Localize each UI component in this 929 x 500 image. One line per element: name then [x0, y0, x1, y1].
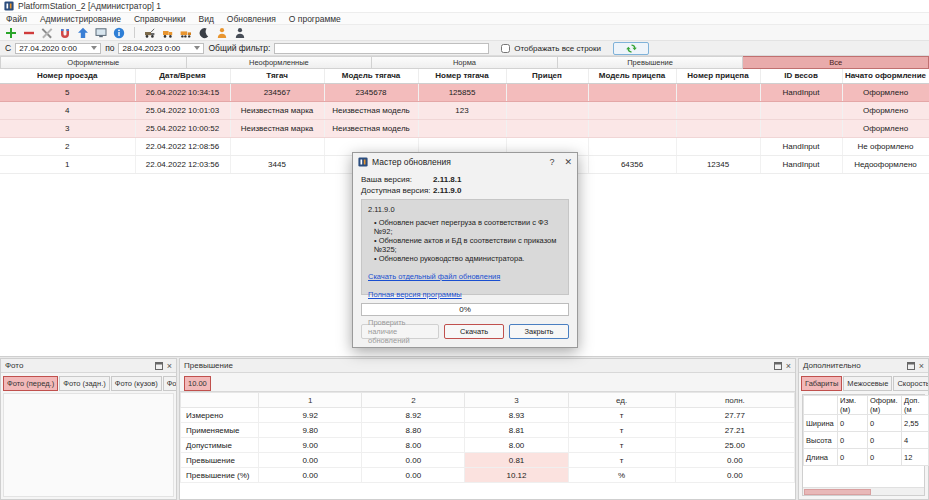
scrollbar-thumb[interactable]: [804, 489, 871, 495]
menu-item-1[interactable]: Файл: [6, 14, 27, 24]
extra-tab-Межосевые[interactable]: Межосевые: [843, 376, 892, 391]
photo-tab[interactable]: Фото (кузов): [111, 376, 162, 391]
crane-truck-icon: [144, 27, 156, 39]
toolbar-button-crane-truck[interactable]: [143, 26, 157, 40]
toolbar-button-admin[interactable]: [233, 26, 247, 40]
menu-item-2[interactable]: Администрирование: [40, 14, 121, 24]
full-version-link[interactable]: Полная версия программы: [368, 290, 562, 299]
excess-table-header: 123ед.полн.: [181, 393, 795, 408]
toolbar-separator: [134, 27, 135, 38]
table-row[interactable]: 325.04.2022 10:00:52Неизвестная маркаНеи…: [0, 119, 929, 137]
column-header[interactable]: Номер тягача: [418, 69, 506, 83]
chevron-down-icon[interactable]: [194, 46, 200, 50]
dimensions-row: Высота004: [804, 432, 929, 449]
column-header[interactable]: Тягач: [230, 69, 324, 83]
excess-tab-10[interactable]: 10.00: [184, 376, 211, 391]
horizontal-scrollbar[interactable]: [803, 487, 924, 495]
excess-cell: 9.00: [259, 438, 362, 453]
toolbar-button-remove[interactable]: [22, 26, 36, 40]
show-all-rows-checkbox[interactable]: [501, 44, 510, 53]
column-header[interactable]: ID весов: [760, 69, 842, 83]
close-panel-icon[interactable]: ×: [786, 362, 791, 370]
menu-item-3[interactable]: Справочники: [134, 14, 186, 24]
extra-tab-Габариты[interactable]: Габариты: [801, 376, 842, 391]
table-cell: [588, 101, 676, 119]
column-header[interactable]: Номер проезда: [0, 69, 135, 83]
excess-row: Измерено9.928.928.93т27.77: [181, 408, 795, 423]
close-dialog-button[interactable]: Закрыть: [509, 324, 569, 339]
column-header[interactable]: Начато оформление: [842, 69, 929, 83]
status-tab-Оформленные[interactable]: Оформленные: [0, 56, 187, 69]
status-tab-Все[interactable]: Все: [743, 56, 929, 69]
float-panel-icon[interactable]: [907, 362, 915, 370]
toolbar-button-arrow-up[interactable]: [76, 26, 90, 40]
excess-cell: 10.12: [465, 468, 568, 483]
arrow-up-icon: [77, 27, 89, 39]
download-update-file-link[interactable]: Скачать отдельный файл обновления: [368, 272, 562, 281]
extra-tab-Скорость[interactable]: Скорость: [893, 376, 928, 391]
table-cell: Неизвестная марка: [230, 119, 324, 137]
menu-item-6[interactable]: О программе: [289, 14, 341, 24]
dock-area: Фото × Фото (перед.)Фото (задн.)Фото (ку…: [0, 357, 929, 500]
download-button[interactable]: Скачать: [444, 324, 504, 339]
close-panel-icon[interactable]: ×: [919, 362, 924, 370]
status-tab-Превышение[interactable]: Превышение: [558, 56, 744, 69]
toolbar-button-monitor[interactable]: [94, 26, 108, 40]
close-panel-icon[interactable]: ×: [167, 362, 172, 370]
filter-bar: С 27.04.2020 0:00 по 28.04.2023 0:00 Общ…: [0, 41, 929, 56]
column-header[interactable]: Модель прицепа: [588, 69, 676, 83]
date-to-input[interactable]: 28.04.2023 0:00: [118, 43, 204, 54]
table-row[interactable]: 425.04.2022 10:01:03Неизвестная маркаНеи…: [0, 101, 929, 119]
table-cell: 26.04.2022 10:34:15: [135, 83, 230, 101]
general-filter-input[interactable]: [274, 43, 489, 54]
admin-icon: [234, 27, 246, 39]
monitor-icon: [95, 27, 107, 39]
toolbar-button-crescent[interactable]: [197, 26, 211, 40]
table-cell: 12345: [676, 155, 760, 173]
excess-row-label: Допустимые: [181, 438, 259, 453]
excess-row: Допустимые9.008.008.00т25.00: [181, 438, 795, 453]
changelog-item: • Обновлен расчет перегруза в соответств…: [374, 218, 562, 236]
float-panel-icon[interactable]: [774, 362, 782, 370]
excess-cell: т: [568, 438, 675, 453]
photo-tab[interactable]: Фото (перед.): [3, 376, 58, 391]
excess-panel-header: Превышение ×: [180, 359, 795, 373]
table-cell: [506, 83, 588, 101]
menu-item-4[interactable]: Вид: [198, 14, 213, 24]
toolbar-button-worker[interactable]: [215, 26, 229, 40]
photo-tab[interactable]: Фото (номер пр: [163, 376, 176, 391]
toolbar-button-add[interactable]: [4, 26, 18, 40]
worker-icon: [216, 27, 228, 39]
close-icon[interactable]: ✕: [564, 157, 572, 167]
chevron-down-icon[interactable]: [91, 46, 97, 50]
excess-cell: 0.00: [259, 468, 362, 483]
status-tab-Норма[interactable]: Норма: [372, 56, 558, 69]
dimensions-cell: 2,55: [902, 415, 929, 432]
help-icon[interactable]: ?: [549, 157, 554, 167]
dimensions-cell: 0: [868, 432, 902, 449]
date-from-input[interactable]: 27.04.2020 0:00: [15, 43, 101, 54]
toolbar: [0, 25, 929, 41]
table-row[interactable]: 526.04.2022 10:34:152345672345678125855H…: [0, 83, 929, 101]
column-header[interactable]: Номер прицепа: [676, 69, 760, 83]
table-cell: 4: [0, 101, 135, 119]
check-updates-button[interactable]: Проверить наличие обновлений: [361, 324, 439, 339]
float-panel-icon[interactable]: [155, 362, 163, 370]
toolbar-button-dump-truck[interactable]: [161, 26, 175, 40]
title-bar: PlatformStation_2 [Администратор] 1: [0, 0, 929, 13]
toolbar-button-tools[interactable]: [40, 26, 54, 40]
toolbar-button-truck-trailer[interactable]: [179, 26, 193, 40]
refresh-button[interactable]: [613, 42, 649, 55]
status-tab-Неоформленные[interactable]: Неоформленные: [187, 56, 373, 69]
photo-tab[interactable]: Фото (задн.): [59, 376, 110, 391]
column-header[interactable]: Дата/Время: [135, 69, 230, 83]
date-from-label: С: [5, 43, 11, 53]
menu-item-5[interactable]: Обновления: [227, 14, 276, 24]
date-from-value: 27.04.2020 0:00: [19, 44, 77, 53]
dialog-body: Ваша версия: 2.11.8.1 Доступная версия: …: [353, 170, 577, 347]
toolbar-button-magnet[interactable]: [58, 26, 72, 40]
column-header[interactable]: Модель тягача: [324, 69, 418, 83]
toolbar-button-info[interactable]: [112, 26, 126, 40]
column-header[interactable]: Прицеп: [506, 69, 588, 83]
changelog-version: 2.11.9.0: [368, 205, 562, 214]
